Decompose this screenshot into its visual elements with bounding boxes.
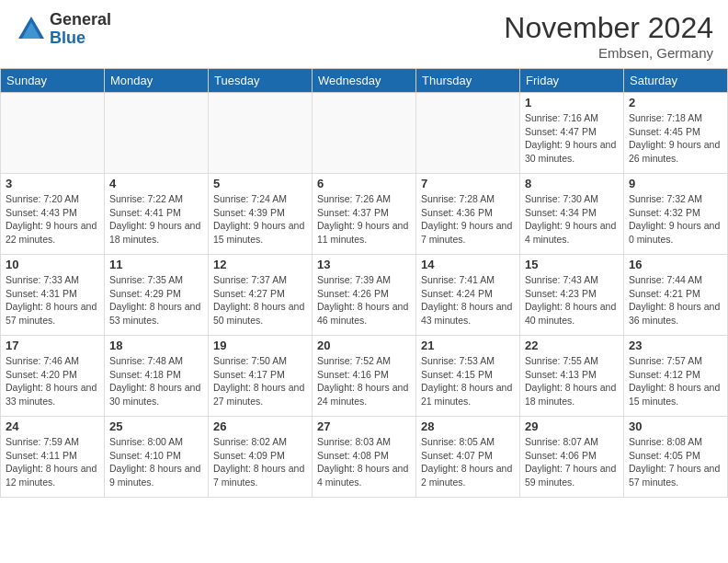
day-info: Sunrise: 7:28 AMSunset: 4:36 PMDaylight:… bbox=[421, 192, 515, 247]
day-number: 3 bbox=[6, 177, 99, 190]
calendar-header-wednesday: Wednesday bbox=[313, 69, 416, 93]
calendar-cell: 18Sunrise: 7:48 AMSunset: 4:18 PMDayligh… bbox=[105, 336, 209, 417]
calendar-header-sunday: Sunday bbox=[1, 69, 105, 93]
calendar-cell: 19Sunrise: 7:50 AMSunset: 4:17 PMDayligh… bbox=[209, 336, 313, 417]
calendar-cell: 3Sunrise: 7:20 AMSunset: 4:43 PMDaylight… bbox=[1, 174, 105, 255]
day-info: Sunrise: 8:05 AMSunset: 4:07 PMDaylight:… bbox=[421, 435, 515, 489]
calendar-cell: 4Sunrise: 7:22 AMSunset: 4:41 PMDaylight… bbox=[105, 174, 209, 255]
calendar-cell: 30Sunrise: 8:08 AMSunset: 4:05 PMDayligh… bbox=[624, 417, 728, 498]
calendar-week-1: 1Sunrise: 7:16 AMSunset: 4:47 PMDaylight… bbox=[1, 93, 728, 174]
calendar-header-row: SundayMondayTuesdayWednesdayThursdayFrid… bbox=[1, 69, 728, 93]
calendar-week-5: 24Sunrise: 7:59 AMSunset: 4:11 PMDayligh… bbox=[1, 417, 728, 498]
calendar-cell: 6Sunrise: 7:26 AMSunset: 4:37 PMDaylight… bbox=[313, 174, 416, 255]
day-number: 2 bbox=[629, 96, 722, 109]
day-number: 7 bbox=[421, 177, 515, 190]
calendar-week-3: 10Sunrise: 7:33 AMSunset: 4:31 PMDayligh… bbox=[1, 255, 728, 336]
day-info: Sunrise: 7:22 AMSunset: 4:41 PMDaylight:… bbox=[109, 192, 203, 247]
month-title: November 2024 bbox=[504, 11, 713, 45]
logo-blue: Blue bbox=[50, 29, 111, 48]
calendar-cell: 11Sunrise: 7:35 AMSunset: 4:29 PMDayligh… bbox=[105, 255, 209, 336]
day-info: Sunrise: 7:57 AMSunset: 4:12 PMDaylight:… bbox=[629, 354, 722, 408]
day-number: 16 bbox=[629, 258, 722, 271]
day-number: 1 bbox=[525, 96, 619, 109]
day-info: Sunrise: 7:30 AMSunset: 4:34 PMDaylight:… bbox=[525, 192, 619, 247]
day-info: Sunrise: 7:20 AMSunset: 4:43 PMDaylight:… bbox=[6, 192, 99, 247]
day-info: Sunrise: 7:37 AMSunset: 4:27 PMDaylight:… bbox=[213, 273, 307, 327]
day-info: Sunrise: 7:24 AMSunset: 4:39 PMDaylight:… bbox=[213, 192, 307, 247]
calendar-header-tuesday: Tuesday bbox=[209, 69, 313, 93]
calendar-cell: 5Sunrise: 7:24 AMSunset: 4:39 PMDaylight… bbox=[209, 174, 313, 255]
day-info: Sunrise: 7:39 AMSunset: 4:26 PMDaylight:… bbox=[317, 273, 411, 327]
logo-text: General Blue bbox=[50, 11, 111, 48]
logo-general: General bbox=[50, 11, 111, 29]
calendar-header-thursday: Thursday bbox=[416, 69, 520, 93]
calendar-cell: 14Sunrise: 7:41 AMSunset: 4:24 PMDayligh… bbox=[416, 255, 520, 336]
calendar-cell: 12Sunrise: 7:37 AMSunset: 4:27 PMDayligh… bbox=[209, 255, 313, 336]
calendar-cell: 20Sunrise: 7:52 AMSunset: 4:16 PMDayligh… bbox=[313, 336, 416, 417]
day-info: Sunrise: 7:44 AMSunset: 4:21 PMDaylight:… bbox=[629, 273, 722, 327]
calendar-table: SundayMondayTuesdayWednesdayThursdayFrid… bbox=[0, 68, 728, 498]
calendar-cell bbox=[416, 93, 520, 174]
day-info: Sunrise: 7:50 AMSunset: 4:17 PMDaylight:… bbox=[213, 354, 307, 408]
day-number: 13 bbox=[317, 258, 411, 271]
day-number: 14 bbox=[421, 258, 515, 271]
day-number: 12 bbox=[213, 258, 307, 271]
calendar-cell bbox=[313, 93, 416, 174]
day-info: Sunrise: 7:48 AMSunset: 4:18 PMDaylight:… bbox=[109, 354, 203, 408]
day-info: Sunrise: 7:16 AMSunset: 4:47 PMDaylight:… bbox=[525, 111, 619, 166]
day-info: Sunrise: 7:41 AMSunset: 4:24 PMDaylight:… bbox=[421, 273, 515, 327]
day-number: 9 bbox=[629, 177, 722, 190]
calendar-week-2: 3Sunrise: 7:20 AMSunset: 4:43 PMDaylight… bbox=[1, 174, 728, 255]
calendar-cell bbox=[105, 93, 209, 174]
calendar-cell: 15Sunrise: 7:43 AMSunset: 4:23 PMDayligh… bbox=[520, 255, 624, 336]
calendar-cell: 29Sunrise: 8:07 AMSunset: 4:06 PMDayligh… bbox=[520, 417, 624, 498]
day-info: Sunrise: 7:55 AMSunset: 4:13 PMDaylight:… bbox=[525, 354, 619, 408]
day-number: 26 bbox=[213, 419, 307, 433]
calendar-cell: 9Sunrise: 7:32 AMSunset: 4:32 PMDaylight… bbox=[624, 174, 728, 255]
day-info: Sunrise: 7:33 AMSunset: 4:31 PMDaylight:… bbox=[6, 273, 99, 327]
location: Embsen, Germany bbox=[504, 45, 713, 61]
day-number: 23 bbox=[629, 339, 722, 352]
calendar-cell: 24Sunrise: 7:59 AMSunset: 4:11 PMDayligh… bbox=[1, 417, 105, 498]
calendar-cell: 23Sunrise: 7:57 AMSunset: 4:12 PMDayligh… bbox=[624, 336, 728, 417]
calendar-cell bbox=[1, 93, 105, 174]
day-info: Sunrise: 7:46 AMSunset: 4:20 PMDaylight:… bbox=[6, 354, 99, 408]
calendar-week-4: 17Sunrise: 7:46 AMSunset: 4:20 PMDayligh… bbox=[1, 336, 728, 417]
day-info: Sunrise: 7:53 AMSunset: 4:15 PMDaylight:… bbox=[421, 354, 515, 408]
calendar-cell: 13Sunrise: 7:39 AMSunset: 4:26 PMDayligh… bbox=[313, 255, 416, 336]
calendar-cell: 26Sunrise: 8:02 AMSunset: 4:09 PMDayligh… bbox=[209, 417, 313, 498]
calendar-cell: 1Sunrise: 7:16 AMSunset: 4:47 PMDaylight… bbox=[520, 93, 624, 174]
day-number: 20 bbox=[317, 339, 411, 352]
page-header: General Blue November 2024 Embsen, Germa… bbox=[0, 0, 728, 68]
day-number: 24 bbox=[6, 419, 99, 433]
day-number: 29 bbox=[525, 419, 619, 433]
calendar-cell: 16Sunrise: 7:44 AMSunset: 4:21 PMDayligh… bbox=[624, 255, 728, 336]
day-number: 19 bbox=[213, 339, 307, 352]
day-number: 11 bbox=[109, 258, 203, 271]
day-number: 6 bbox=[317, 177, 411, 190]
logo-icon bbox=[15, 13, 48, 46]
day-number: 30 bbox=[629, 419, 722, 433]
day-number: 8 bbox=[525, 177, 619, 190]
day-number: 25 bbox=[109, 419, 203, 433]
day-number: 18 bbox=[109, 339, 203, 352]
day-number: 27 bbox=[317, 419, 411, 433]
calendar-cell: 28Sunrise: 8:05 AMSunset: 4:07 PMDayligh… bbox=[416, 417, 520, 498]
calendar-header-monday: Monday bbox=[105, 69, 209, 93]
calendar-header-friday: Friday bbox=[520, 69, 624, 93]
day-info: Sunrise: 7:52 AMSunset: 4:16 PMDaylight:… bbox=[317, 354, 411, 408]
day-info: Sunrise: 7:43 AMSunset: 4:23 PMDaylight:… bbox=[525, 273, 619, 327]
day-info: Sunrise: 8:03 AMSunset: 4:08 PMDaylight:… bbox=[317, 435, 411, 489]
calendar-cell: 7Sunrise: 7:28 AMSunset: 4:36 PMDaylight… bbox=[416, 174, 520, 255]
day-info: Sunrise: 8:08 AMSunset: 4:05 PMDaylight:… bbox=[629, 435, 722, 489]
day-number: 5 bbox=[213, 177, 307, 190]
day-info: Sunrise: 8:00 AMSunset: 4:10 PMDaylight:… bbox=[109, 435, 203, 489]
calendar-cell: 10Sunrise: 7:33 AMSunset: 4:31 PMDayligh… bbox=[1, 255, 105, 336]
day-number: 15 bbox=[525, 258, 619, 271]
title-section: November 2024 Embsen, Germany bbox=[504, 11, 713, 61]
day-info: Sunrise: 8:02 AMSunset: 4:09 PMDaylight:… bbox=[213, 435, 307, 489]
day-number: 4 bbox=[109, 177, 203, 190]
calendar-cell: 27Sunrise: 8:03 AMSunset: 4:08 PMDayligh… bbox=[313, 417, 416, 498]
calendar-cell: 25Sunrise: 8:00 AMSunset: 4:10 PMDayligh… bbox=[105, 417, 209, 498]
day-info: Sunrise: 7:18 AMSunset: 4:45 PMDaylight:… bbox=[629, 111, 722, 166]
